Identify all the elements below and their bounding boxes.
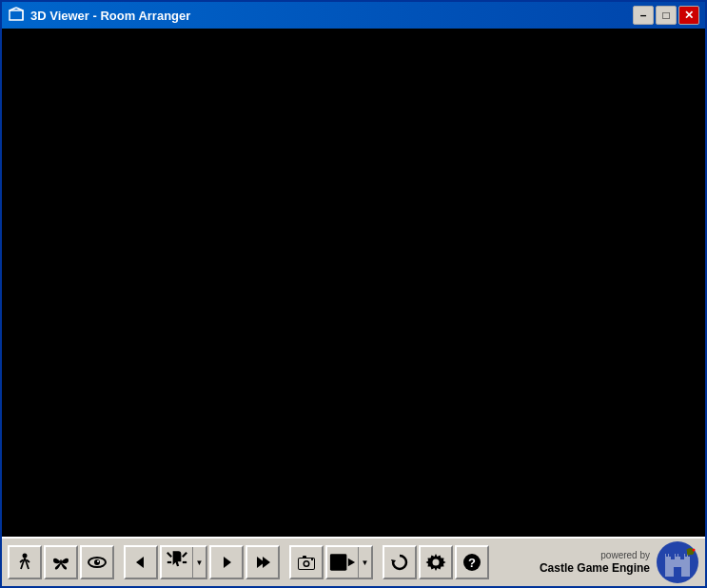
examine-button[interactable] [80, 545, 114, 579]
svg-marker-30 [348, 559, 355, 567]
app-icon [8, 7, 25, 24]
fly-button[interactable] [44, 545, 78, 579]
svg-rect-44 [678, 554, 680, 557]
dropdown-arrow-icon[interactable]: ▼ [192, 547, 206, 578]
svg-rect-29 [330, 554, 346, 570]
window-controls: – □ ✕ [633, 6, 699, 25]
svg-point-4 [23, 554, 28, 559]
main-window: 3D Viewer - Room Arranger – □ ✕ [0, 0, 707, 588]
mouse-look-button[interactable]: ▼ [160, 545, 207, 579]
svg-marker-15 [136, 557, 144, 568]
svg-point-13 [94, 559, 100, 565]
svg-rect-45 [685, 554, 687, 557]
prev-button[interactable] [124, 545, 158, 579]
svg-text:?: ? [468, 556, 476, 570]
powered-by-text: powered by Castle Game Engine [540, 549, 650, 577]
svg-point-11 [60, 559, 62, 565]
next-button[interactable] [209, 545, 244, 579]
window-title: 3D Viewer - Room Arranger [30, 9, 633, 23]
svg-rect-43 [676, 554, 678, 557]
svg-rect-41 [666, 554, 668, 557]
mouse-look-icon [162, 547, 192, 578]
svg-point-26 [304, 562, 308, 566]
record-button[interactable]: ▼ [325, 545, 373, 579]
separator-1 [116, 545, 122, 579]
svg-point-14 [97, 560, 99, 562]
title-bar: 3D Viewer - Room Arranger – □ ✕ [2, 2, 705, 29]
svg-marker-20 [224, 557, 231, 568]
svg-rect-27 [303, 556, 306, 559]
record-icon [327, 547, 358, 578]
svg-rect-0 [10, 10, 23, 20]
svg-rect-42 [669, 554, 671, 557]
screenshot-button[interactable] [289, 545, 324, 579]
capture-group: ▼ [289, 545, 373, 579]
playback-group: ▼ [124, 545, 280, 579]
record-dropdown-arrow-icon[interactable]: ▼ [358, 547, 371, 578]
help-button[interactable]: ? [455, 545, 489, 579]
svg-line-7 [21, 563, 23, 569]
svg-marker-22 [263, 557, 270, 568]
separator-3 [375, 545, 381, 579]
animation-button[interactable] [383, 545, 417, 579]
maximize-button[interactable]: □ [656, 6, 677, 25]
svg-line-8 [27, 563, 29, 569]
close-button[interactable]: ✕ [678, 6, 699, 25]
svg-rect-28 [311, 559, 313, 560]
svg-point-33 [433, 559, 440, 566]
svg-point-48 [693, 549, 696, 552]
settings-button[interactable] [419, 545, 453, 579]
powered-by-section: powered by Castle Game Engine [540, 540, 699, 584]
toolbar: ▼ [2, 537, 705, 586]
misc-group: ? [383, 545, 489, 579]
minimize-button[interactable]: – [633, 6, 654, 25]
walk-button[interactable] [8, 545, 42, 579]
svg-rect-47 [674, 567, 681, 577]
next-next-button[interactable] [245, 545, 280, 579]
engine-logo [656, 540, 699, 584]
separator-2 [282, 545, 287, 579]
svg-line-18 [183, 553, 187, 557]
3d-viewport[interactable] [2, 29, 705, 537]
svg-line-16 [167, 553, 171, 557]
svg-marker-31 [391, 559, 396, 564]
navigation-mode-group [8, 545, 114, 579]
